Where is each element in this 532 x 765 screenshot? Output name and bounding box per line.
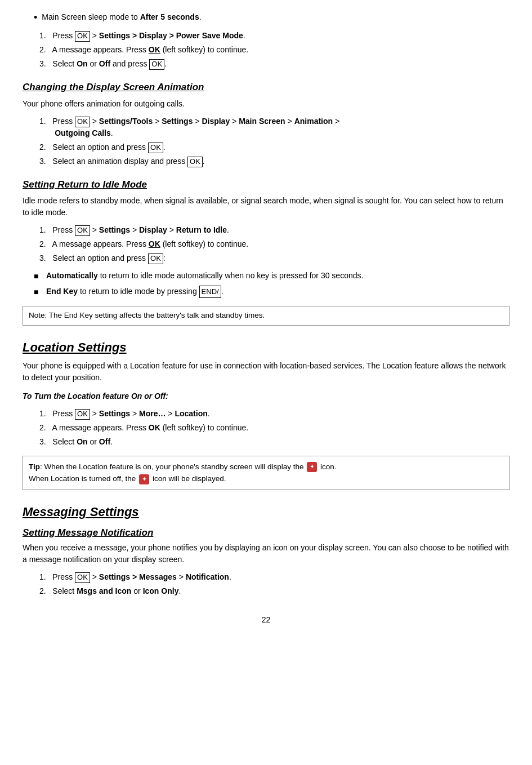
idle-mode-steps: 1. Press OK > Settings > Display > Retur… — [39, 224, 509, 264]
location-step-2: 2. A message appears. Press OK (left sof… — [39, 422, 509, 434]
note-box: Note: The End Key setting affects the ba… — [23, 306, 509, 325]
tip-box: Tip: When the Location feature is on, yo… — [23, 456, 509, 490]
ok-box-4: OK — [148, 143, 163, 153]
msg-notification-heading: Setting Message Notification — [23, 526, 509, 540]
location-step-3: 3. Select On or Off. — [39, 436, 509, 448]
power-save-steps: 1. Press OK > Settings > Display > Power… — [39, 30, 509, 70]
animation-step-3: 3. Select an animation display and press… — [39, 155, 509, 167]
idle-step-3: 3. Select an option and press OK: — [39, 252, 509, 264]
ok-box-3: OK — [75, 117, 90, 127]
ok-box-6: OK — [75, 225, 90, 236]
ok-box: OK — [75, 31, 90, 42]
ok-box-8: OK — [75, 409, 90, 420]
location-sub-heading: To Turn the Location feature On or Off: — [23, 390, 509, 402]
location-on-icon — [307, 462, 317, 472]
ok-box-9: OK — [75, 572, 90, 583]
idle-mode-heading: Setting Return to Idle Mode — [23, 177, 509, 192]
square-bullet-1: ■ — [34, 270, 42, 282]
page-number: 22 — [23, 614, 509, 626]
power-save-step-1: 1. Press OK > Settings > Display > Power… — [39, 30, 509, 42]
msg-notification-intro: When you receive a message, your phone n… — [23, 542, 509, 566]
msg-notification-steps: 1. Press OK > Settings > Messages > Noti… — [39, 571, 509, 597]
animation-step-2: 2. Select an option and press OK. — [39, 141, 509, 153]
animation-steps: 1. Press OK > Settings/Tools > Settings … — [39, 115, 509, 167]
location-step-1: 1. Press OK > Settings > More… > Locatio… — [39, 408, 509, 420]
power-save-step-3: 3. Select On or Off and press OK. — [39, 58, 509, 70]
note-text: Note: The End Key setting affects the ba… — [29, 311, 265, 319]
location-heading: Location Settings — [23, 338, 509, 357]
ok-box-2: OK — [149, 59, 164, 70]
idle-step-1: 1. Press OK > Settings > Display > Retur… — [39, 224, 509, 236]
idle-sub-bullet-auto: ■ Automatically to return to idle mode a… — [34, 270, 509, 282]
square-bullet-2: ■ — [34, 286, 42, 298]
location-intro: Your phone is equipped with a Location f… — [23, 360, 509, 384]
power-save-step-2: 2. A message appears. Press OK (left sof… — [39, 44, 509, 56]
end-box: END/ — [199, 286, 221, 298]
endkey-text: End Key to return to idle mode by pressi… — [46, 286, 223, 298]
ok-box-7: OK — [148, 253, 163, 264]
animation-step-1: 1. Press OK > Settings/Tools > Settings … — [39, 115, 509, 139]
idle-sub-bullets: ■ Automatically to return to idle mode a… — [34, 270, 509, 298]
intro-bullet-text: Main Screen sleep mode to After 5 second… — [42, 11, 201, 24]
ok-box-5: OK — [187, 157, 203, 167]
idle-mode-intro: Idle mode refers to standby mode, when s… — [23, 195, 509, 219]
auto-text: Automatically to return to idle mode aut… — [46, 270, 363, 282]
animation-intro: Your phone offers animation for outgoing… — [23, 98, 509, 110]
location-off-icon — [139, 474, 149, 484]
msg-step-1: 1. Press OK > Settings > Messages > Noti… — [39, 571, 509, 583]
idle-step-2: 2. A message appears. Press OK (left sof… — [39, 238, 509, 250]
animation-heading: Changing the Display Screen Animation — [23, 80, 509, 95]
location-steps: 1. Press OK > Settings > More… > Locatio… — [39, 408, 509, 448]
intro-bullet: • Main Screen sleep mode to After 5 seco… — [23, 11, 509, 24]
idle-sub-bullet-endkey: ■ End Key to return to idle mode by pres… — [34, 286, 509, 298]
bullet-symbol: • — [34, 11, 37, 24]
tip-text: Tip: When the Location feature is on, yo… — [29, 462, 337, 483]
msg-step-2: 2. Select Msgs and Icon or Icon Only. — [39, 585, 509, 597]
messaging-heading: Messaging Settings — [23, 502, 509, 521]
